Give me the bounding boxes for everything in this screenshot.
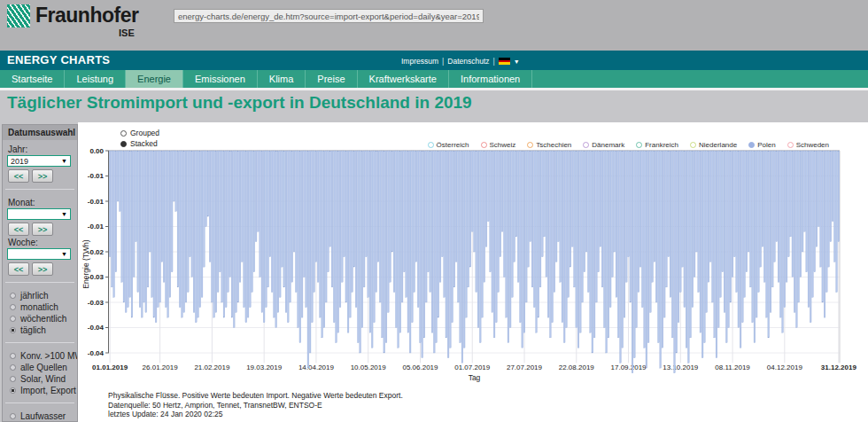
export-bar[interactable]: [740, 151, 741, 348]
export-bar[interactable]: [217, 151, 219, 293]
export-bar[interactable]: [384, 151, 385, 353]
export-bar[interactable]: [782, 151, 784, 332]
export-bar[interactable]: [758, 151, 760, 293]
export-bar[interactable]: [802, 151, 803, 252]
export-bar[interactable]: [582, 151, 584, 302]
export-bar[interactable]: [185, 151, 187, 302]
export-bar[interactable]: [487, 151, 489, 222]
export-bar[interactable]: [776, 151, 778, 242]
export-bar[interactable]: [469, 151, 471, 267]
export-bar[interactable]: [129, 151, 131, 297]
impressum-link[interactable]: Impressum: [401, 57, 438, 66]
export-bar[interactable]: [193, 151, 195, 312]
export-bar[interactable]: [552, 151, 554, 323]
export-bar[interactable]: [750, 151, 752, 287]
export-bar[interactable]: [632, 151, 633, 373]
export-bar[interactable]: [728, 151, 730, 328]
export-bar[interactable]: [566, 151, 568, 328]
export-bar[interactable]: [500, 151, 501, 257]
export-bar[interactable]: [261, 151, 263, 312]
export-bar[interactable]: [237, 151, 239, 302]
export-bar[interactable]: [574, 151, 576, 287]
export-bar[interactable]: [682, 151, 684, 267]
export-bar[interactable]: [317, 151, 319, 282]
export-bar[interactable]: [754, 151, 756, 343]
tab-preise[interactable]: Preise: [306, 70, 357, 88]
export-bar[interactable]: [299, 151, 301, 343]
period-jährlich[interactable]: jährlich: [10, 291, 73, 301]
export-bar[interactable]: [398, 151, 399, 348]
export-bar[interactable]: [633, 151, 635, 358]
export-bar[interactable]: [155, 151, 157, 323]
export-bar[interactable]: [258, 151, 260, 231]
period-monatlich[interactable]: monatlich: [10, 302, 73, 312]
export-bar[interactable]: [390, 151, 391, 282]
export-bar[interactable]: [468, 151, 469, 287]
export-bar[interactable]: [814, 151, 816, 272]
export-bar[interactable]: [506, 151, 508, 317]
export-bar[interactable]: [117, 151, 119, 201]
export-bar[interactable]: [555, 151, 557, 262]
export-bar[interactable]: [604, 151, 606, 328]
export-bar[interactable]: [374, 151, 376, 323]
export-bar[interactable]: [504, 151, 506, 277]
export-bar[interactable]: [692, 151, 694, 308]
export-bar[interactable]: [736, 151, 738, 293]
export-bar[interactable]: [220, 151, 221, 272]
export-bar[interactable]: [628, 151, 630, 257]
export-bar[interactable]: [676, 151, 678, 353]
export-bar[interactable]: [812, 151, 814, 297]
export-bar[interactable]: [670, 151, 671, 297]
export-bar[interactable]: [554, 151, 555, 293]
export-bar[interactable]: [331, 151, 333, 287]
tab-kraftwerkskarte[interactable]: Kraftwerkskarte: [358, 70, 449, 88]
export-bar[interactable]: [376, 151, 377, 293]
export-bar[interactable]: [123, 151, 125, 302]
export-bar[interactable]: [820, 151, 822, 267]
period-täglich[interactable]: täglich: [10, 325, 73, 335]
export-bar[interactable]: [520, 151, 522, 323]
export-bar[interactable]: [818, 151, 819, 227]
export-bar[interactable]: [833, 151, 835, 262]
export-bar[interactable]: [304, 151, 306, 277]
export-bar[interactable]: [792, 151, 794, 277]
export-bar[interactable]: [577, 151, 579, 348]
export-bar[interactable]: [587, 151, 589, 293]
export-bar[interactable]: [195, 151, 197, 323]
export-bar[interactable]: [768, 151, 770, 338]
export-bar[interactable]: [774, 151, 776, 262]
export-bar[interactable]: [287, 151, 289, 323]
export-bar[interactable]: [636, 151, 638, 328]
legend-item-frankreich[interactable]: Frankreich: [636, 141, 678, 149]
export-bar[interactable]: [601, 151, 603, 287]
export-bar[interactable]: [404, 151, 406, 272]
export-bar[interactable]: [439, 151, 441, 282]
export-bar[interactable]: [141, 151, 143, 317]
export-bar[interactable]: [447, 151, 449, 358]
export-bar[interactable]: [147, 151, 149, 287]
export-bar[interactable]: [320, 151, 322, 317]
export-bar[interactable]: [810, 151, 811, 323]
export-bar[interactable]: [283, 151, 285, 287]
export-bar[interactable]: [576, 151, 577, 328]
export-bar[interactable]: [544, 151, 546, 237]
export-bar[interactable]: [158, 151, 159, 308]
export-bar[interactable]: [828, 151, 830, 267]
export-bar[interactable]: [700, 151, 701, 332]
export-bar[interactable]: [336, 151, 337, 343]
export-bar[interactable]: [779, 151, 781, 317]
export-bar[interactable]: [458, 151, 460, 302]
export-bar[interactable]: [492, 151, 493, 312]
export-bar[interactable]: [756, 151, 757, 317]
export-bar[interactable]: [353, 151, 355, 267]
export-bar[interactable]: [474, 151, 476, 252]
export-bar[interactable]: [379, 151, 381, 302]
export-bar[interactable]: [274, 151, 275, 317]
export-bar[interactable]: [212, 151, 213, 302]
export-bar[interactable]: [182, 151, 183, 317]
export-bar[interactable]: [724, 151, 725, 312]
address-bar[interactable]: [174, 9, 484, 23]
export-bar[interactable]: [239, 151, 241, 282]
export-bar[interactable]: [644, 151, 646, 348]
export-bar[interactable]: [533, 151, 535, 308]
